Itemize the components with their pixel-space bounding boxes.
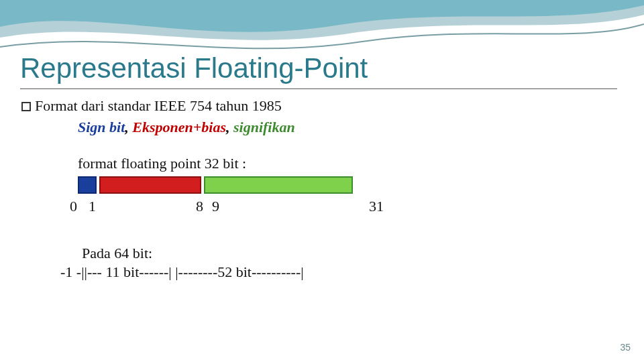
field-labels: Sign bit, Eksponen+bias, signifikan — [78, 119, 624, 136]
exponent-box — [99, 176, 201, 194]
format-64bit-line: -1 -||--- 11 bit------| |--------52 bit-… — [60, 263, 624, 281]
significand-box — [204, 176, 353, 194]
sign-bit-box — [78, 176, 97, 194]
index-8: 8 — [196, 198, 203, 215]
index-1: 1 — [89, 198, 96, 215]
index-0: 0 — [70, 198, 77, 215]
index-9: 9 — [212, 198, 219, 215]
square-bullet-icon — [21, 102, 31, 111]
format-64bit-heading: Pada 64 bit: — [82, 245, 624, 262]
bit-indices: 0 1 8 9 31 — [63, 198, 385, 218]
format-32bit-label: format floating point 32 bit : — [78, 155, 624, 172]
slide-title: Representasi Floating-Point — [20, 52, 624, 84]
title-underline — [20, 88, 617, 89]
label-exponent: Eksponen+bias — [132, 119, 226, 135]
bullet-text: Format dari standar IEEE 754 tahun 1985 — [35, 97, 282, 114]
index-31: 31 — [369, 198, 384, 215]
bit-layout-32 — [78, 176, 624, 194]
label-sign-bit: Sign bit — [78, 119, 125, 135]
bullet-format-standard: Format dari standar IEEE 754 tahun 1985 — [21, 97, 624, 115]
page-number: 35 — [620, 342, 631, 353]
label-significand: signifikan — [233, 119, 295, 135]
